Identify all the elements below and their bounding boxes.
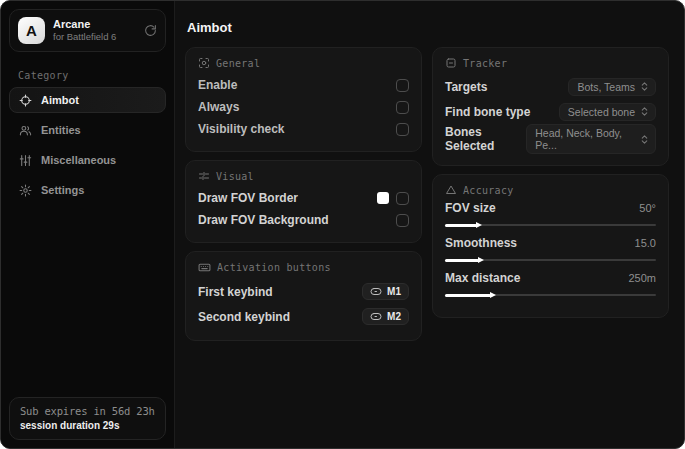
brand-card: A Arcane for Battlefield 6 bbox=[9, 9, 166, 52]
visual-card: Visual Draw FOV Border Draw FOV Backgrou… bbox=[185, 160, 422, 243]
sidebar-item-label: Aimbot bbox=[41, 94, 79, 106]
sidebar-spacer bbox=[1, 203, 174, 389]
keyboard-icon bbox=[198, 261, 211, 274]
slider-thumb[interactable] bbox=[445, 294, 491, 297]
find-bone-type-select[interactable]: Selected bone bbox=[559, 103, 656, 121]
main-content: Aimbot General bbox=[175, 1, 684, 448]
targets-select[interactable]: Bots, Teams bbox=[568, 78, 656, 96]
sidebar-item-label: Miscellaneous bbox=[41, 154, 116, 166]
setting-row: Always bbox=[198, 96, 409, 118]
slider-thumb[interactable] bbox=[445, 224, 477, 227]
chevrons-up-down-icon bbox=[639, 81, 650, 92]
slider-value: 15.0 bbox=[635, 237, 656, 249]
gear-icon bbox=[19, 184, 32, 197]
slider-value: 50° bbox=[639, 202, 656, 214]
setting-row: Enable bbox=[198, 74, 409, 96]
fov-size-slider[interactable] bbox=[445, 221, 656, 229]
select-row: Bones Selected Head, Neck, Body, Pe... bbox=[445, 124, 656, 154]
draw-fov-border-checkbox[interactable] bbox=[396, 192, 409, 205]
second-keybind-button[interactable]: M2 bbox=[362, 308, 409, 325]
sidebar-item-label: Settings bbox=[41, 184, 84, 196]
app-logo: A bbox=[18, 17, 45, 44]
select-value: Selected bone bbox=[568, 106, 635, 118]
sidebar-item-miscellaneous[interactable]: Miscellaneous bbox=[9, 147, 166, 173]
draw-fov-background-checkbox[interactable] bbox=[396, 214, 409, 227]
sub-expiry-text: Sub expires in 56d 23h bbox=[20, 405, 155, 417]
right-column: Tracker Targets Bots, Teams bbox=[432, 47, 669, 318]
setting-row: Draw FOV Background bbox=[198, 209, 409, 231]
select-value: Bots, Teams bbox=[577, 81, 635, 93]
setting-row: Draw FOV Border bbox=[198, 187, 409, 209]
keybind-value: M2 bbox=[387, 311, 401, 322]
keybind-row: First keybind M1 bbox=[198, 279, 409, 304]
select-row: Find bone type Selected bone bbox=[445, 99, 656, 124]
chevrons-up-down-icon bbox=[639, 106, 650, 117]
smoothness-slider-group: Smoothness 15.0 bbox=[445, 236, 656, 264]
sliders-horizontal-icon bbox=[198, 170, 210, 182]
app-name: Arcane bbox=[53, 18, 136, 32]
fov-border-color-swatch[interactable] bbox=[377, 192, 389, 204]
max-distance-slider[interactable] bbox=[445, 291, 656, 299]
card-title: General bbox=[216, 58, 260, 69]
fov-size-slider-group: FOV size 50° bbox=[445, 201, 656, 229]
sidebar: A Arcane for Battlefield 6 Category bbox=[1, 1, 175, 448]
refresh-icon[interactable] bbox=[144, 24, 157, 37]
users-icon bbox=[19, 124, 32, 137]
app-window: A Arcane for Battlefield 6 Category bbox=[0, 0, 685, 449]
smoothness-slider[interactable] bbox=[445, 256, 656, 264]
subscription-info: Sub expires in 56d 23h session duration … bbox=[9, 397, 166, 440]
page-title: Aimbot bbox=[187, 20, 669, 35]
sidebar-item-entities[interactable]: Entities bbox=[9, 117, 166, 143]
enable-checkbox[interactable] bbox=[396, 79, 409, 92]
setting-row: Visibility check bbox=[198, 118, 409, 140]
chevrons-up-down-icon bbox=[639, 134, 650, 145]
session-duration-text: session duration 29s bbox=[20, 420, 155, 431]
accuracy-card: Accuracy FOV size 50° bbox=[432, 174, 669, 318]
mouse-icon bbox=[370, 312, 382, 321]
max-distance-slider-group: Max distance 250m bbox=[445, 271, 656, 299]
card-title: Accuracy bbox=[463, 185, 514, 196]
sidebar-item-label: Entities bbox=[41, 124, 81, 136]
triangle-icon bbox=[445, 184, 457, 196]
sidebar-nav: Aimbot Entities Miscella bbox=[9, 87, 166, 203]
box-minus-icon bbox=[445, 57, 457, 69]
card-title: Visual bbox=[216, 171, 254, 182]
first-keybind-button[interactable]: M1 bbox=[362, 283, 409, 300]
general-card: General Enable Always Visibility check bbox=[185, 47, 422, 152]
app-subtitle: for Battlefield 6 bbox=[53, 31, 136, 43]
sidebar-item-settings[interactable]: Settings bbox=[9, 177, 166, 203]
slider-value: 250m bbox=[628, 272, 656, 284]
focus-icon bbox=[198, 57, 210, 69]
sliders-vertical-icon bbox=[19, 154, 32, 167]
tracker-card: Tracker Targets Bots, Teams bbox=[432, 47, 669, 166]
slider-thumb[interactable] bbox=[445, 259, 479, 262]
always-checkbox[interactable] bbox=[396, 101, 409, 114]
sidebar-item-aimbot[interactable]: Aimbot bbox=[9, 87, 166, 113]
visibility-check-checkbox[interactable] bbox=[396, 123, 409, 136]
activation-buttons-card: Activation buttons First keybind M1 bbox=[185, 251, 422, 341]
left-column: General Enable Always Visibility check bbox=[185, 47, 422, 341]
select-row: Targets Bots, Teams bbox=[445, 74, 656, 99]
keybind-row: Second keybind M2 bbox=[198, 304, 409, 329]
select-value: Head, Neck, Body, Pe... bbox=[535, 127, 635, 151]
keybind-value: M1 bbox=[387, 286, 401, 297]
category-label: Category bbox=[18, 70, 157, 81]
card-title: Tracker bbox=[463, 58, 507, 69]
crosshair-icon bbox=[19, 94, 32, 107]
card-title: Activation buttons bbox=[217, 262, 331, 273]
bones-selected-select[interactable]: Head, Neck, Body, Pe... bbox=[526, 124, 656, 154]
mouse-icon bbox=[370, 287, 382, 296]
